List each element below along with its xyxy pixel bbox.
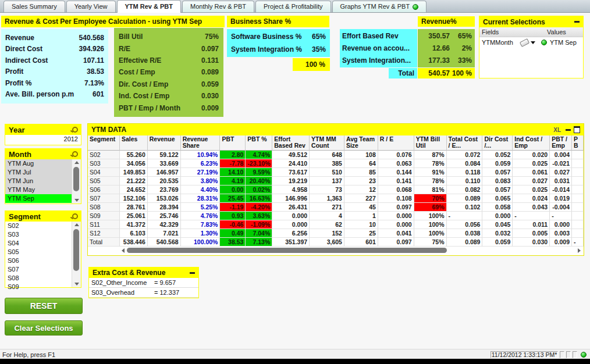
column-header-pbt[interactable]: PBT % bbox=[246, 135, 272, 151]
table-cell-sales[interactable]: 28.761 bbox=[120, 203, 148, 212]
table-cell-sales[interactable]: 24.652 bbox=[120, 185, 148, 194]
table-cell-dir_cost[interactable]: 0.065 bbox=[482, 194, 513, 203]
table-cell-total_cost[interactable]: 0.102 bbox=[447, 203, 483, 212]
table-cell-ind_cost[interactable]: 0.025 bbox=[513, 159, 550, 168]
segment-item-s09[interactable]: S09 bbox=[5, 283, 72, 291]
table-cell-total_cost[interactable]: 0.038 bbox=[447, 229, 483, 238]
table-cell-segment[interactable]: S02 bbox=[88, 151, 120, 159]
table-cell-re[interactable]: 0.097 bbox=[378, 238, 414, 247]
table-cell-pb[interactable] bbox=[572, 177, 584, 185]
table-cell-share[interactable]: 4.40% bbox=[181, 185, 221, 194]
table-cell-re[interactable]: 0.144 bbox=[378, 168, 414, 177]
table-cell-segment[interactable]: S04 bbox=[88, 168, 120, 177]
eraser-icon[interactable] bbox=[520, 38, 529, 47]
scroll-left-icon[interactable] bbox=[120, 247, 126, 254]
table-cell-dir_cost[interactable]: 0.000 bbox=[482, 212, 513, 220]
table-cell-pbt_emp[interactable]: 0.031 bbox=[550, 177, 572, 185]
table-cell-re[interactable]: 0.097 bbox=[378, 203, 414, 212]
table-cell-team[interactable]: 601 bbox=[344, 238, 378, 247]
table-cell-mm[interactable]: 510 bbox=[310, 168, 344, 177]
table-cell-pb[interactable] bbox=[572, 203, 584, 212]
table-cell-pbt_emp[interactable]: 0.009 bbox=[550, 238, 572, 247]
table-cell-dir_cost[interactable]: 0.059 bbox=[482, 238, 513, 247]
scroll-right-icon[interactable] bbox=[576, 247, 582, 254]
table-cell-mm[interactable]: 4 bbox=[310, 212, 344, 220]
table-cell-pbt_pct[interactable]: 7.04% bbox=[246, 229, 272, 238]
table-cell-pbt_emp[interactable]: 0.004 bbox=[550, 151, 572, 159]
table-cell-segment[interactable]: S08 bbox=[88, 203, 120, 212]
table-cell-pbt_emp[interactable]: -0.014 bbox=[550, 185, 572, 194]
table-cell-sales[interactable]: 152.106 bbox=[120, 194, 148, 203]
tab-monthly-rev-pbt[interactable]: Monthly Rev & PBT bbox=[182, 1, 254, 12]
table-cell-effort[interactable]: 6.256 bbox=[272, 229, 310, 238]
table-cell-effort[interactable]: 19.219 bbox=[272, 177, 310, 185]
table-cell-mm[interactable]: 1,363 bbox=[310, 194, 344, 203]
table-cell-util[interactable]: 75% bbox=[414, 238, 447, 247]
table-cell-total_cost[interactable]: 0.072 bbox=[447, 151, 483, 159]
month-scrollbar[interactable] bbox=[72, 159, 81, 204]
table-cell-pb[interactable] bbox=[572, 159, 584, 168]
table-cell-pbt_pct[interactable]: -23.10% bbox=[246, 159, 272, 168]
segment-item-s08[interactable]: S08 bbox=[5, 274, 72, 283]
column-header-pbt[interactable]: PBT bbox=[220, 135, 246, 151]
table-cell-pb[interactable]: - bbox=[572, 238, 584, 247]
reset-button[interactable]: RESET bbox=[5, 298, 83, 314]
table-cell-re[interactable]: 0.000 bbox=[378, 212, 414, 220]
table-cell-effort[interactable]: 0.000 bbox=[272, 220, 310, 229]
table-cell-segment[interactable]: S06 bbox=[88, 185, 120, 194]
segment-item-s05[interactable]: S05 bbox=[5, 248, 72, 256]
scroll-up-icon[interactable] bbox=[72, 159, 81, 166]
table-cell-mm[interactable]: 137 bbox=[310, 177, 344, 185]
table-cell-dir_cost[interactable]: 0.057 bbox=[482, 168, 513, 177]
table-cell-effort[interactable]: 351.397 bbox=[272, 238, 310, 247]
table-cell-total_cost[interactable]: - bbox=[447, 212, 483, 220]
table-cell-dir_cost[interactable]: 0.059 bbox=[482, 159, 513, 168]
segment-scrollbar[interactable] bbox=[72, 222, 81, 287]
table-cell-re[interactable]: 0.068 bbox=[378, 185, 414, 194]
table-cell-total_cost[interactable]: 0.056 bbox=[447, 220, 483, 229]
minimize-icon[interactable] bbox=[566, 129, 571, 131]
tab-yearly-view[interactable]: Yearly View bbox=[66, 1, 116, 12]
table-cell-pbt_pct[interactable]: 0.02% bbox=[246, 185, 272, 194]
table-cell-pbt[interactable]: -1.19 bbox=[220, 203, 246, 212]
column-header-dir-cost[interactable]: Dir Cost /... bbox=[482, 135, 513, 151]
table-cell-re[interactable]: 0.076 bbox=[378, 151, 414, 159]
table-cell-ind_cost[interactable]: 0.005 bbox=[513, 229, 550, 238]
table-cell-pb[interactable] bbox=[572, 168, 584, 177]
table-cell-segment[interactable]: Total bbox=[88, 238, 120, 247]
month-item-ytm-jul[interactable]: YTM Jul bbox=[5, 168, 72, 177]
table-cell-share[interactable]: 3.80% bbox=[181, 177, 221, 185]
column-header-pbt-emp[interactable]: PBT / Emp bbox=[550, 135, 572, 151]
table-cell-mm[interactable]: 152 bbox=[310, 229, 344, 238]
table-cell-segment[interactable]: S03 bbox=[88, 159, 120, 168]
table-cell-revenue[interactable]: 540.568 bbox=[148, 238, 181, 247]
column-header-ytm-bill-util[interactable]: YTM Bill Util bbox=[414, 135, 447, 151]
table-cell-ind_cost[interactable]: 0.024 bbox=[513, 194, 550, 203]
table-cell-effort[interactable]: 0.000 bbox=[272, 212, 310, 220]
column-header-avg-team-size[interactable]: Avg Team Size bbox=[344, 135, 378, 151]
table-cell-pbt_emp[interactable]: -0.004 bbox=[550, 203, 572, 212]
column-header-ind-cost-emp[interactable]: Ind Cost / Emp bbox=[513, 135, 550, 151]
table-cell-team[interactable]: 64 bbox=[344, 159, 378, 168]
table-cell-dir_cost[interactable]: 0.057 bbox=[482, 185, 513, 194]
table-cell-pbt[interactable]: 25.45 bbox=[220, 194, 246, 203]
table-cell-util[interactable]: 70% bbox=[414, 194, 447, 203]
table-cell-revenue[interactable]: 7.021 bbox=[148, 229, 181, 238]
table-cell-pbt_emp[interactable]: 0.027 bbox=[550, 168, 572, 177]
table-cell-dir_cost[interactable]: 0.052 bbox=[482, 151, 513, 159]
table-cell-ind_cost[interactable]: - bbox=[513, 212, 550, 220]
scroll-thumb[interactable] bbox=[73, 167, 79, 191]
table-cell-team[interactable]: 1 bbox=[344, 212, 378, 220]
table-cell-revenue[interactable]: 23.769 bbox=[148, 185, 181, 194]
table-cell-revenue[interactable]: 42.329 bbox=[148, 220, 181, 229]
table-cell-util[interactable]: 81% bbox=[414, 185, 447, 194]
table-cell-mm[interactable]: 62 bbox=[310, 220, 344, 229]
table-cell-total_cost[interactable]: 0.089 bbox=[447, 194, 483, 203]
column-header-segment[interactable]: Segment bbox=[88, 135, 120, 151]
table-cell-util[interactable]: 78% bbox=[414, 159, 447, 168]
table-cell-segment[interactable]: S05 bbox=[88, 177, 120, 185]
table-cell-pbt[interactable]: 2.80 bbox=[220, 151, 246, 159]
column-header-revenue[interactable]: Revenue bbox=[148, 135, 181, 151]
table-cell-mm[interactable]: 73 bbox=[310, 185, 344, 194]
table-cell-share[interactable]: 28.31% bbox=[181, 194, 221, 203]
